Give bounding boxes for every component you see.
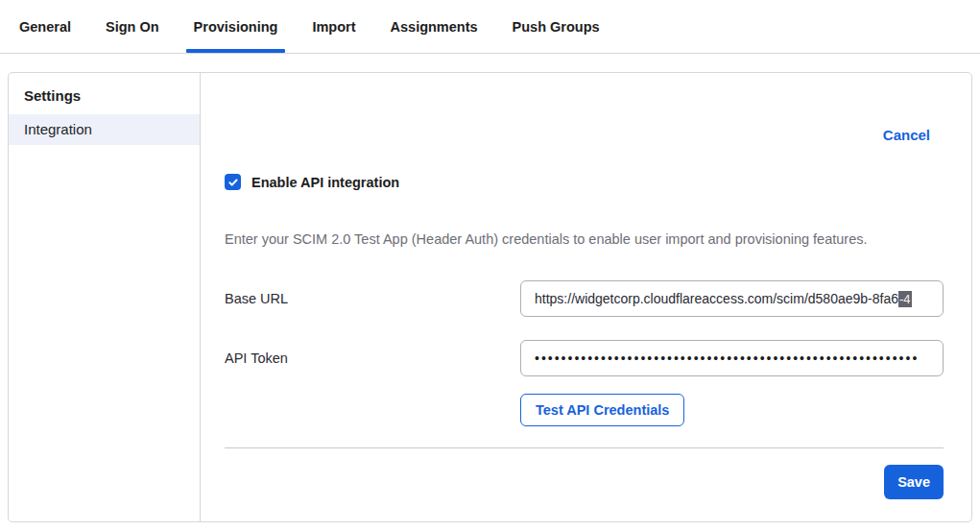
enable-api-row: Enable API integration bbox=[225, 174, 944, 190]
app-tab-bar: General Sign On Provisioning Import Assi… bbox=[0, 0, 980, 54]
api-token-row: API Token bbox=[225, 340, 944, 376]
base-url-selected-text: -4 bbox=[898, 291, 912, 307]
provisioning-panel: Settings Integration Cancel Enable API i… bbox=[8, 72, 972, 522]
sidebar-heading: Settings bbox=[9, 84, 200, 114]
save-row: Save bbox=[225, 465, 944, 499]
tab-push-groups[interactable]: Push Groups bbox=[505, 0, 608, 53]
base-url-input[interactable]: https://widgetcorp.cloudflareaccess.com/… bbox=[520, 280, 944, 317]
enable-api-label: Enable API integration bbox=[251, 175, 399, 190]
api-token-input[interactable] bbox=[520, 340, 944, 376]
tab-provisioning[interactable]: Provisioning bbox=[186, 0, 286, 53]
integration-form: Cancel Enable API integration Enter your… bbox=[201, 73, 973, 521]
tab-general[interactable]: General bbox=[12, 0, 79, 53]
sidebar-item-integration[interactable]: Integration bbox=[9, 114, 200, 145]
settings-sidebar: Settings Integration bbox=[9, 73, 201, 521]
cancel-row: Cancel bbox=[225, 73, 944, 144]
checkmark-icon bbox=[227, 177, 239, 188]
base-url-value: https://widgetcorp.cloudflareaccess.com/… bbox=[535, 291, 898, 306]
tab-assignments[interactable]: Assignments bbox=[383, 0, 486, 53]
api-token-label: API Token bbox=[225, 350, 520, 366]
test-credentials-row: Test API Credentials bbox=[520, 394, 944, 426]
save-button[interactable]: Save bbox=[884, 465, 944, 499]
base-url-row: Base URL https://widgetcorp.cloudflareac… bbox=[225, 280, 944, 317]
tab-import[interactable]: Import bbox=[304, 0, 363, 53]
form-divider bbox=[225, 447, 944, 448]
credentials-description: Enter your SCIM 2.0 Test App (Header Aut… bbox=[225, 231, 944, 247]
cancel-link[interactable]: Cancel bbox=[883, 127, 930, 143]
enable-api-checkbox[interactable] bbox=[225, 174, 241, 190]
base-url-label: Base URL bbox=[225, 291, 520, 306]
test-api-credentials-button[interactable]: Test API Credentials bbox=[520, 394, 684, 426]
tab-sign-on[interactable]: Sign On bbox=[98, 0, 167, 53]
